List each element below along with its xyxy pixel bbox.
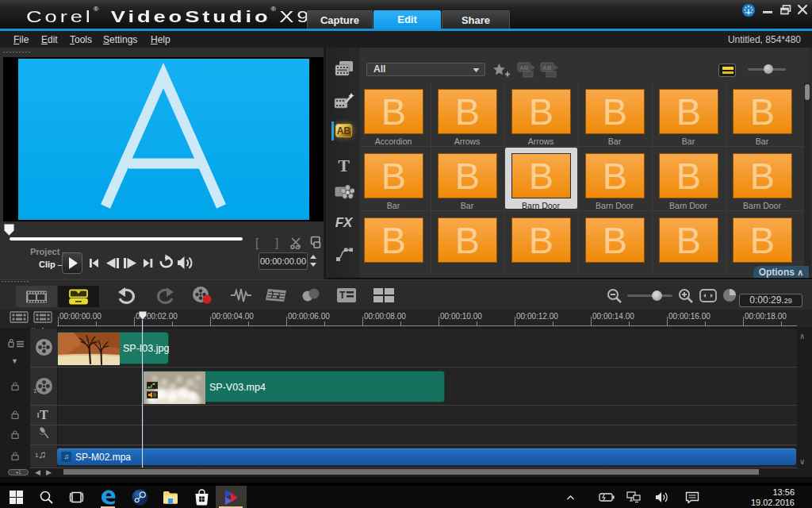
svg-text:T: T [339, 290, 346, 301]
svg-text:AB: AB [519, 64, 529, 71]
svg-text:AB: AB [542, 64, 552, 71]
